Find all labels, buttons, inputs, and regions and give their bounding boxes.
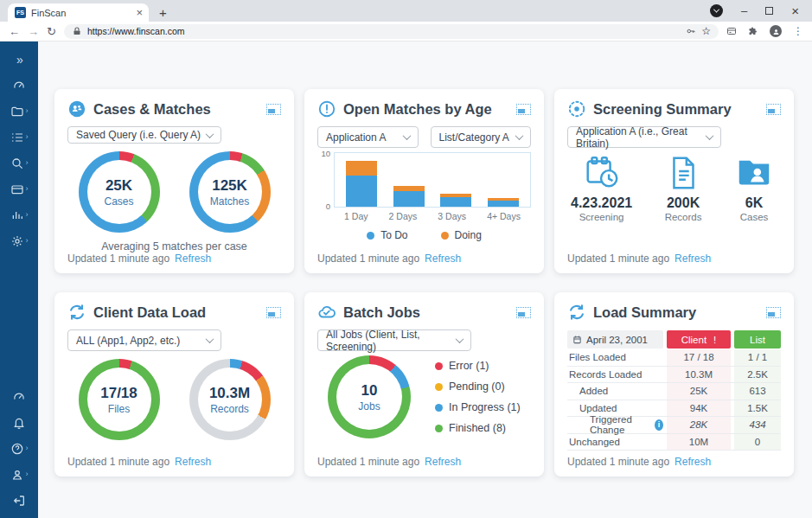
sidebar-item-help[interactable]: › <box>10 441 29 456</box>
sidebar-item-list[interactable]: › <box>10 130 29 144</box>
row-label: Files Loaded <box>567 349 663 366</box>
tab-strip: FS FinScan × + – × <box>0 0 812 22</box>
updated-text: Updated 1 minute ago <box>567 456 669 468</box>
tab-close-icon[interactable]: × <box>136 7 143 18</box>
bar-segment <box>346 176 377 207</box>
all-apps-dropdown[interactable]: ALL (App1, App2, etc.) <box>67 329 221 351</box>
client-value-cell: 94K <box>667 400 731 417</box>
legend-item: Finished (8) <box>435 422 521 434</box>
card-cases-matches: Cases & Matches Saved Query (i.e. Query … <box>54 89 294 273</box>
x-tick-label: 3 Days <box>438 211 466 221</box>
expand-icon[interactable] <box>516 307 531 318</box>
forward-icon[interactable]: → <box>28 26 39 37</box>
refresh-link[interactable]: Refresh <box>675 456 711 468</box>
profile-chevron-icon[interactable] <box>710 4 723 17</box>
expand-icon[interactable] <box>266 307 281 318</box>
chevron-down-icon <box>706 131 714 140</box>
chevron-right-icon: › <box>26 133 29 141</box>
chevron-right-icon: › <box>26 107 29 115</box>
records-donut-chart[interactable]: 10.3MRecords <box>189 359 271 440</box>
jobs-donut-chart[interactable]: 10Jobs <box>328 355 411 438</box>
sync-icon <box>567 303 586 322</box>
list-category-dropdown[interactable]: List/Category A <box>431 126 532 148</box>
sidebar-item-card[interactable]: › <box>10 182 29 196</box>
row-label: Updated <box>567 400 663 417</box>
minimize-button[interactable]: – <box>741 4 747 17</box>
chevron-down-icon <box>206 335 214 343</box>
reload-icon[interactable]: ↻ <box>47 26 56 37</box>
list-value-cell: 1 / 1 <box>734 349 781 366</box>
refresh-link[interactable]: Refresh <box>175 253 211 265</box>
list-column-header[interactable]: List <box>734 330 781 349</box>
target-icon <box>567 99 586 118</box>
sidebar-item-search[interactable]: › <box>10 156 29 170</box>
sidebar-top-group: »›››››› <box>10 52 29 248</box>
sidebar-item-gauge[interactable] <box>12 389 26 404</box>
back-icon[interactable]: ← <box>9 26 20 37</box>
sidebar-item-logout[interactable] <box>12 493 26 508</box>
sidebar-bottom-group: ›› <box>10 389 29 508</box>
refresh-link[interactable]: Refresh <box>425 253 461 265</box>
sidebar-item-folder[interactable]: › <box>10 104 29 118</box>
expand-icon[interactable] <box>766 104 781 115</box>
updated-text: Updated 1 minute ago <box>567 253 669 265</box>
application-dropdown[interactable]: Application A (i.e., Great Britain) <box>567 126 721 148</box>
key-icon[interactable] <box>686 26 696 36</box>
sidebar-item-gauge[interactable] <box>12 78 26 93</box>
new-tab-button[interactable]: + <box>159 3 167 22</box>
bar-plot-area[interactable] <box>334 152 531 208</box>
sidebar-item-user[interactable]: › <box>10 467 29 482</box>
sidebar-item-expand[interactable]: » <box>16 52 22 67</box>
refresh-link[interactable]: Refresh <box>425 456 461 468</box>
card-load-summary: Load Summary April 23, 2001 Client ! Lis… <box>554 292 794 476</box>
application-dropdown[interactable]: Application A <box>317 126 419 148</box>
browser-tab[interactable]: FS FinScan × <box>8 3 149 22</box>
info-icon[interactable]: i <box>655 419 663 431</box>
close-window-button[interactable]: × <box>791 4 799 17</box>
table-row: Files Loaded17 / 181 / 1 <box>567 349 781 367</box>
lock-icon <box>72 26 82 36</box>
menu-kebab-icon[interactable]: ⋮ <box>793 25 803 37</box>
sync-icon <box>67 303 86 322</box>
refresh-link[interactable]: Refresh <box>175 456 211 468</box>
expand-icon[interactable] <box>266 104 281 115</box>
calendar-clock-icon <box>582 153 622 193</box>
stacked-bar[interactable] <box>346 153 377 207</box>
all-jobs-dropdown[interactable]: All Jobs (Client, List, Screening) <box>317 329 471 351</box>
matches-donut-chart[interactable]: 125KMatches <box>189 151 271 233</box>
card-icon[interactable] <box>726 26 737 36</box>
table-row: Added25K613 <box>567 383 781 400</box>
row-label: Unchanged <box>567 434 663 451</box>
bar-segment <box>393 191 425 207</box>
extensions-puzzle-icon[interactable] <box>748 26 758 36</box>
sidebar-item-bell[interactable] <box>12 415 26 430</box>
legend-dot-icon <box>435 362 443 370</box>
profile-avatar-icon[interactable] <box>770 25 782 37</box>
url-bar[interactable]: https://www.finscan.com ☆ <box>64 24 719 39</box>
table-row: Unchanged10M0 <box>567 434 781 451</box>
saved-query-dropdown[interactable]: Saved Query (i.e. Query A) <box>67 126 221 144</box>
card-title: Cases & Matches <box>93 101 259 118</box>
jobs-legend: Error (1)Pending (0)In Progress (1)Finis… <box>435 360 521 434</box>
card-client-data-load: Client Data Load ALL (App1, App2, etc.) … <box>54 292 294 476</box>
files-donut-chart[interactable]: 17/18Files <box>79 359 160 440</box>
chevron-right-icon: › <box>26 470 29 478</box>
screening-date-stat: 4.23.2021 Screening <box>571 153 632 222</box>
bookmark-star-icon[interactable]: ☆ <box>701 25 711 37</box>
refresh-link[interactable]: Refresh <box>675 253 711 265</box>
sidebar-item-gear[interactable]: › <box>10 233 29 248</box>
stacked-bar[interactable] <box>393 153 425 207</box>
cases-donut-chart[interactable]: 25KCases <box>79 151 160 233</box>
stacked-bar[interactable] <box>488 153 519 207</box>
table-row: Triggered Changei28K434 <box>567 417 781 434</box>
expand-icon[interactable] <box>766 307 781 318</box>
card-title: Client Data Load <box>93 304 259 321</box>
chart-legend: To DoDoing <box>317 229 531 241</box>
maximize-button[interactable] <box>765 7 773 15</box>
stacked-bar[interactable] <box>440 153 471 207</box>
client-column-header[interactable]: Client ! <box>667 330 731 349</box>
bar-segment <box>440 197 471 207</box>
y-tick-min: 0 <box>326 201 330 211</box>
expand-icon[interactable] <box>516 104 531 115</box>
sidebar-item-chart[interactable]: › <box>10 208 29 222</box>
